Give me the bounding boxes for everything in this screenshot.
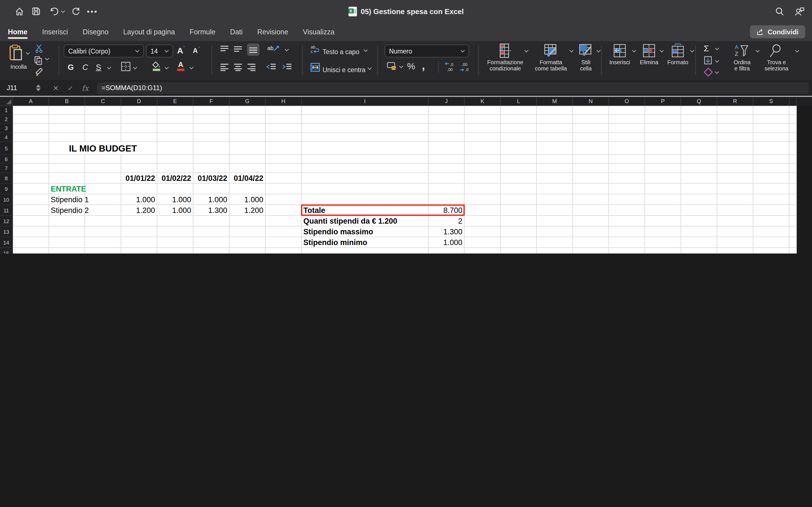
row-header-2[interactable]: 2 bbox=[0, 115, 13, 124]
cell-I15[interactable] bbox=[302, 248, 428, 253]
cell-F9[interactable] bbox=[193, 184, 230, 194]
cell-F10[interactable]: 1.000 bbox=[193, 194, 230, 205]
row-header-12[interactable]: 12 bbox=[0, 216, 13, 226]
tab-inserisci[interactable]: Inserisci bbox=[42, 24, 68, 39]
cell-K9[interactable] bbox=[465, 184, 501, 194]
cell-S10[interactable] bbox=[753, 194, 790, 205]
row-header-11[interactable]: 11 bbox=[0, 205, 13, 216]
column-header-P[interactable]: P bbox=[645, 97, 681, 106]
cell-Q3[interactable] bbox=[681, 124, 717, 133]
fill-down-icon[interactable] bbox=[704, 56, 712, 65]
cell-E12[interactable] bbox=[157, 216, 193, 226]
cell-S13[interactable] bbox=[753, 226, 790, 237]
cell-C10[interactable] bbox=[85, 194, 121, 205]
cell-S11[interactable] bbox=[753, 205, 790, 216]
cell-A13[interactable] bbox=[13, 226, 49, 237]
cell-Q8[interactable] bbox=[681, 173, 717, 184]
cell-A5[interactable] bbox=[13, 142, 49, 155]
cell-Q6[interactable] bbox=[681, 155, 717, 164]
row-header-4[interactable]: 4 bbox=[0, 133, 13, 142]
cell-H11[interactable] bbox=[266, 205, 302, 216]
cell-M7[interactable] bbox=[537, 164, 573, 173]
increase-decimal-icon[interactable]: ,00,0 bbox=[459, 61, 471, 72]
find-select-chevron-icon[interactable] bbox=[795, 49, 799, 53]
column-header-D[interactable]: D bbox=[121, 97, 157, 106]
cell-B10[interactable]: Stipendio 1 bbox=[49, 194, 85, 205]
cell-D7[interactable] bbox=[121, 164, 157, 173]
cell-S5[interactable] bbox=[753, 142, 790, 155]
cell-J3[interactable] bbox=[428, 124, 465, 133]
column-header-G[interactable]: G bbox=[230, 97, 266, 106]
cell-D6[interactable] bbox=[121, 155, 157, 164]
cell-O1[interactable] bbox=[609, 106, 645, 115]
column-header-L[interactable]: L bbox=[501, 97, 537, 106]
cell-M12[interactable] bbox=[537, 216, 573, 226]
tab-visualizza[interactable]: Visualizza bbox=[303, 24, 335, 39]
cell-S9[interactable] bbox=[753, 184, 790, 194]
wrap-text-label[interactable]: Testo a capo bbox=[322, 48, 359, 55]
cell-G14[interactable] bbox=[230, 237, 266, 248]
row-header-9[interactable]: 9 bbox=[0, 184, 13, 194]
cell-S15[interactable] bbox=[753, 248, 790, 253]
cell-H15[interactable] bbox=[266, 248, 302, 253]
cell-H1[interactable] bbox=[266, 106, 302, 115]
cell-B7[interactable] bbox=[49, 164, 85, 173]
cell-F5[interactable] bbox=[193, 142, 230, 155]
cell-G6[interactable] bbox=[230, 155, 266, 164]
cell-J2[interactable] bbox=[428, 115, 465, 124]
insert-function-icon[interactable]: fx bbox=[78, 83, 93, 92]
cut-icon[interactable] bbox=[35, 44, 43, 53]
cell-D15[interactable] bbox=[121, 248, 157, 253]
cell-O7[interactable] bbox=[609, 164, 645, 173]
cell-B13[interactable] bbox=[49, 226, 85, 237]
cell-B6[interactable] bbox=[49, 155, 85, 164]
orientation-icon[interactable]: ab bbox=[267, 45, 280, 51]
cell-partial-8[interactable] bbox=[790, 173, 797, 184]
cell-partial-11[interactable] bbox=[790, 205, 797, 216]
column-header-C[interactable]: C bbox=[85, 97, 121, 106]
cell-P9[interactable] bbox=[645, 184, 681, 194]
cell-H2[interactable] bbox=[266, 115, 302, 124]
merge-center-chevron-icon[interactable] bbox=[368, 66, 371, 70]
cell-A4[interactable] bbox=[13, 133, 49, 142]
cell-C6[interactable] bbox=[85, 155, 121, 164]
cell-A3[interactable] bbox=[13, 124, 49, 133]
cell-S1[interactable] bbox=[753, 106, 790, 115]
cell-D12[interactable] bbox=[121, 216, 157, 226]
cell-partial-10[interactable] bbox=[790, 194, 797, 205]
cell-Q5[interactable] bbox=[681, 142, 717, 155]
cell-partial-15[interactable] bbox=[790, 248, 797, 253]
cell-J8[interactable] bbox=[428, 173, 465, 184]
number-format-select[interactable]: Numero bbox=[385, 45, 469, 57]
cell-O11[interactable] bbox=[609, 205, 645, 216]
cell-partial-6[interactable] bbox=[790, 155, 797, 164]
cell-S12[interactable] bbox=[753, 216, 790, 226]
tab-dati[interactable]: Dati bbox=[230, 24, 243, 39]
orientation-chevron-icon[interactable] bbox=[285, 48, 289, 52]
cell-I11[interactable]: Totale bbox=[302, 205, 428, 216]
cell-F2[interactable] bbox=[193, 115, 230, 124]
cell-P8[interactable] bbox=[645, 173, 681, 184]
font-size-select[interactable]: 14 bbox=[146, 45, 173, 57]
cell-I10[interactable] bbox=[302, 194, 428, 205]
align-right-icon[interactable] bbox=[247, 63, 256, 71]
shrink-font-button[interactable]: Aˇ bbox=[193, 47, 200, 55]
cell-D3[interactable] bbox=[121, 124, 157, 133]
enter-icon[interactable]: ✓ bbox=[63, 83, 78, 92]
cell-O4[interactable] bbox=[609, 133, 645, 142]
clear-chevron-icon[interactable] bbox=[715, 70, 719, 74]
cell-N6[interactable] bbox=[573, 155, 609, 164]
cell-N8[interactable] bbox=[573, 173, 609, 184]
cell-I1[interactable] bbox=[302, 106, 428, 115]
font-name-select[interactable]: Calibri (Corpo) bbox=[64, 45, 144, 57]
cell-S4[interactable] bbox=[753, 133, 790, 142]
align-top-icon[interactable] bbox=[220, 45, 229, 53]
cell-G2[interactable] bbox=[230, 115, 266, 124]
name-box[interactable]: J11 bbox=[0, 84, 36, 92]
cell-E2[interactable] bbox=[157, 115, 193, 124]
cell-L1[interactable] bbox=[501, 106, 537, 115]
cell-partial-5[interactable] bbox=[790, 142, 797, 155]
cell-H10[interactable] bbox=[266, 194, 302, 205]
cell-I14[interactable]: Stipendio minimo bbox=[302, 237, 428, 248]
cell-D13[interactable] bbox=[121, 226, 157, 237]
